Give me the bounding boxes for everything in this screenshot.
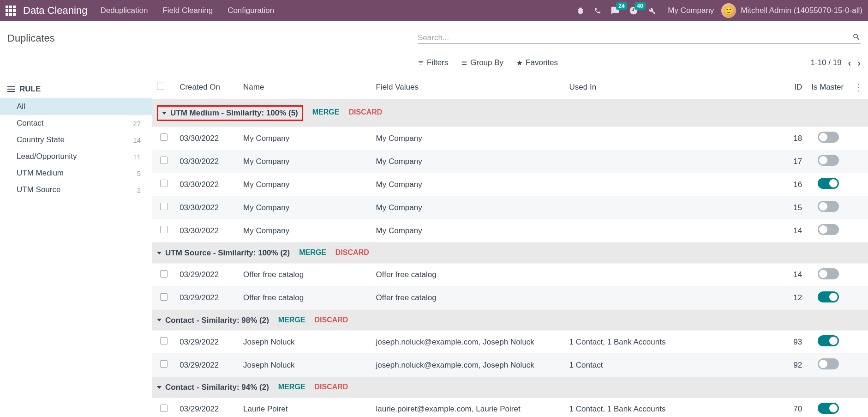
- sidebar-item[interactable]: Lead/Opportunity11: [0, 148, 152, 165]
- merge-button[interactable]: MERGE: [312, 108, 340, 116]
- col-id[interactable]: ID: [780, 75, 807, 100]
- discard-button[interactable]: DISCARD: [315, 383, 348, 391]
- col-name[interactable]: Name: [239, 75, 371, 100]
- favorites-button[interactable]: Favorites: [516, 58, 558, 67]
- nav-field-cleaning[interactable]: Field Cleaning: [162, 6, 213, 15]
- cell-name: My Company: [239, 150, 371, 173]
- cell-id: 14: [780, 263, 807, 286]
- group-label: Contact - Similarity: 98% (2): [165, 315, 269, 324]
- table-row[interactable]: 03/30/2022 My Company My Company 15: [152, 196, 868, 219]
- table-row[interactable]: 03/30/2022 My Company My Company 18: [152, 127, 868, 150]
- filters-label: Filters: [427, 58, 448, 67]
- is-master-toggle[interactable]: [818, 268, 839, 279]
- cell-created: 03/29/2022: [175, 331, 239, 354]
- chevron-down-icon: [162, 112, 167, 115]
- nav-deduplication[interactable]: Deduplication: [100, 6, 148, 15]
- is-master-toggle[interactable]: [818, 335, 839, 346]
- merge-button[interactable]: MERGE: [299, 248, 326, 256]
- row-checkbox[interactable]: [160, 360, 168, 368]
- group-header-row[interactable]: UTM Source - Similarity: 100% (2)MERGEDI…: [152, 242, 868, 264]
- discard-button[interactable]: DISCARD: [315, 316, 348, 324]
- nav-configuration[interactable]: Configuration: [227, 6, 274, 15]
- cell-name: Joseph Noluck: [239, 354, 371, 377]
- table-row[interactable]: 03/30/2022 My Company My Company 16: [152, 173, 868, 196]
- filters-button[interactable]: Filters: [418, 58, 448, 67]
- cell-name: My Company: [239, 127, 371, 150]
- select-all-checkbox[interactable]: [157, 83, 164, 90]
- is-master-toggle[interactable]: [818, 178, 839, 189]
- group-header-row[interactable]: Contact - Similarity: 98% (2)MERGEDISCAR…: [152, 309, 868, 331]
- messages-icon[interactable]: 24: [611, 6, 620, 15]
- col-created[interactable]: Created On: [175, 75, 239, 100]
- user-name[interactable]: Mitchell Admin (14055070-15-0-all): [741, 6, 862, 15]
- sidebar-item[interactable]: Country State14: [0, 132, 152, 148]
- row-checkbox[interactable]: [160, 203, 168, 210]
- table-row[interactable]: 03/30/2022 My Company My Company 17: [152, 150, 868, 173]
- is-master-toggle[interactable]: [818, 291, 839, 302]
- table-row[interactable]: 03/30/2022 My Company My Company 14: [152, 219, 868, 242]
- search-box[interactable]: [418, 33, 861, 44]
- is-master-toggle[interactable]: [818, 201, 839, 212]
- chevron-down-icon: [157, 386, 162, 389]
- merge-button[interactable]: MERGE: [278, 316, 305, 324]
- groupby-button[interactable]: Group By: [461, 58, 503, 67]
- sidebar-item[interactable]: All: [0, 98, 152, 115]
- page-title: Duplicates: [7, 32, 55, 44]
- cell-name: Joseph Noluck: [239, 331, 371, 354]
- phone-icon[interactable]: [594, 7, 601, 14]
- app-brand[interactable]: Data Cleaning: [23, 5, 87, 17]
- activities-icon[interactable]: 40: [629, 6, 638, 15]
- group-header-row[interactable]: UTM Medium - Similarity: 100% (5)MERGEDI…: [152, 100, 868, 127]
- search-input[interactable]: [418, 33, 852, 42]
- activities-badge: 40: [635, 2, 645, 10]
- is-master-toggle[interactable]: [818, 155, 839, 166]
- control-bar: Duplicates Filters Group By Favorites 1-…: [0, 21, 868, 75]
- row-checkbox[interactable]: [160, 226, 168, 233]
- group-label: UTM Medium - Similarity: 100% (5): [170, 109, 298, 118]
- row-checkbox[interactable]: [160, 133, 168, 141]
- table-row[interactable]: 03/29/2022 Laurie Poiret laurie.poiret@e…: [152, 398, 868, 417]
- pager-next[interactable]: ›: [857, 58, 861, 68]
- row-checkbox[interactable]: [160, 405, 168, 412]
- table-row[interactable]: 03/29/2022 Joseph Noluck joseph.noluck@e…: [152, 354, 868, 377]
- row-checkbox[interactable]: [160, 157, 168, 164]
- cell-name: My Company: [239, 196, 371, 219]
- apps-icon[interactable]: [6, 6, 16, 16]
- row-checkbox[interactable]: [160, 337, 168, 344]
- company-switcher[interactable]: My Company: [668, 6, 714, 15]
- sidebar-item[interactable]: UTM Source2: [0, 181, 152, 198]
- user-avatar[interactable]: 🙂: [721, 3, 736, 18]
- merge-button[interactable]: MERGE: [278, 383, 305, 391]
- group-label: UTM Source - Similarity: 100% (2): [165, 248, 290, 257]
- sidebar-item[interactable]: Contact27: [0, 115, 152, 132]
- group-header-row[interactable]: Contact - Similarity: 94% (2)MERGEDISCAR…: [152, 377, 868, 398]
- col-master[interactable]: Is Master: [807, 75, 850, 100]
- cell-id: 17: [780, 150, 807, 173]
- cell-field: Offer free catalog: [371, 286, 565, 309]
- column-options-icon[interactable]: ⋮: [854, 82, 863, 92]
- is-master-toggle[interactable]: [818, 132, 839, 143]
- cell-field: My Company: [371, 150, 565, 173]
- col-used[interactable]: Used In: [565, 75, 780, 100]
- discard-button[interactable]: DISCARD: [348, 108, 382, 116]
- row-checkbox[interactable]: [160, 180, 168, 187]
- debug-icon[interactable]: [576, 6, 585, 15]
- search-icon[interactable]: [852, 33, 861, 42]
- sidebar-header[interactable]: RULE: [0, 80, 152, 98]
- cell-created: 03/30/2022: [175, 219, 239, 242]
- row-checkbox[interactable]: [160, 293, 168, 301]
- row-checkbox[interactable]: [160, 270, 168, 278]
- col-field[interactable]: Field Values: [371, 75, 565, 100]
- is-master-toggle[interactable]: [818, 358, 839, 369]
- pager-prev[interactable]: ‹: [848, 58, 851, 68]
- sidebar-item[interactable]: UTM Medium5: [0, 165, 152, 181]
- table-row[interactable]: 03/29/2022 Offer free catalog Offer free…: [152, 263, 868, 286]
- table-row[interactable]: 03/29/2022 Offer free catalog Offer free…: [152, 286, 868, 309]
- table-row[interactable]: 03/29/2022 Joseph Noluck joseph.noluck@e…: [152, 331, 868, 354]
- groupby-label: Group By: [470, 58, 503, 67]
- discard-button[interactable]: DISCARD: [335, 248, 369, 256]
- tools-icon[interactable]: [647, 6, 656, 15]
- is-master-toggle[interactable]: [818, 224, 839, 235]
- is-master-toggle[interactable]: [818, 403, 839, 414]
- cell-field: My Company: [371, 127, 565, 150]
